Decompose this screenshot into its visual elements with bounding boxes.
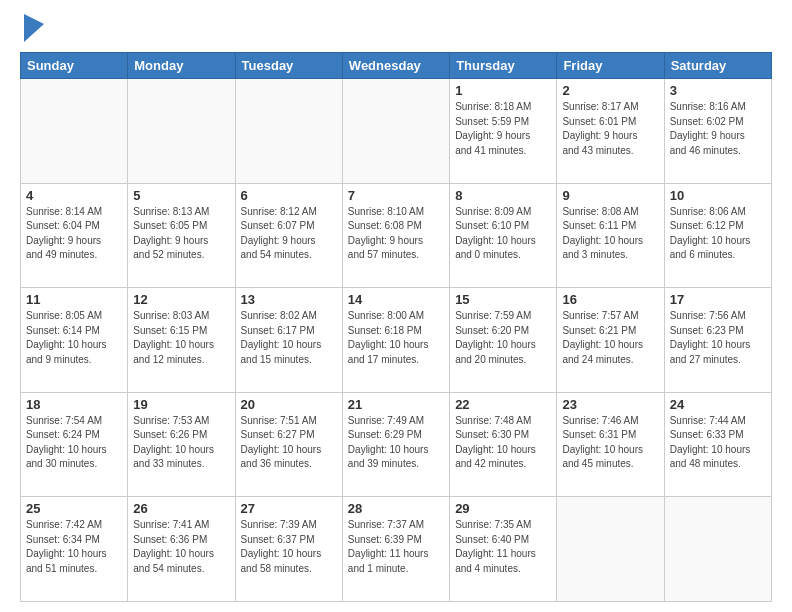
day-number: 1 — [455, 83, 551, 98]
col-header-thursday: Thursday — [450, 53, 557, 79]
day-cell: 28Sunrise: 7:37 AMSunset: 6:39 PMDayligh… — [342, 497, 449, 602]
day-cell: 1Sunrise: 8:18 AMSunset: 5:59 PMDaylight… — [450, 79, 557, 184]
page: SundayMondayTuesdayWednesdayThursdayFrid… — [0, 0, 792, 612]
day-cell: 26Sunrise: 7:41 AMSunset: 6:36 PMDayligh… — [128, 497, 235, 602]
day-info: Sunrise: 7:42 AMSunset: 6:34 PMDaylight:… — [26, 518, 122, 576]
day-number: 25 — [26, 501, 122, 516]
day-number: 28 — [348, 501, 444, 516]
day-info: Sunrise: 7:59 AMSunset: 6:20 PMDaylight:… — [455, 309, 551, 367]
day-number: 4 — [26, 188, 122, 203]
day-number: 23 — [562, 397, 658, 412]
day-cell — [342, 79, 449, 184]
day-number: 2 — [562, 83, 658, 98]
day-number: 12 — [133, 292, 229, 307]
day-cell: 2Sunrise: 8:17 AMSunset: 6:01 PMDaylight… — [557, 79, 664, 184]
day-info: Sunrise: 7:41 AMSunset: 6:36 PMDaylight:… — [133, 518, 229, 576]
day-cell: 23Sunrise: 7:46 AMSunset: 6:31 PMDayligh… — [557, 392, 664, 497]
calendar-table: SundayMondayTuesdayWednesdayThursdayFrid… — [20, 52, 772, 602]
day-number: 22 — [455, 397, 551, 412]
day-cell — [664, 497, 771, 602]
day-cell: 9Sunrise: 8:08 AMSunset: 6:11 PMDaylight… — [557, 183, 664, 288]
day-info: Sunrise: 8:17 AMSunset: 6:01 PMDaylight:… — [562, 100, 658, 158]
day-info: Sunrise: 7:37 AMSunset: 6:39 PMDaylight:… — [348, 518, 444, 576]
day-number: 29 — [455, 501, 551, 516]
day-cell: 13Sunrise: 8:02 AMSunset: 6:17 PMDayligh… — [235, 288, 342, 393]
day-cell — [21, 79, 128, 184]
day-info: Sunrise: 8:14 AMSunset: 6:04 PMDaylight:… — [26, 205, 122, 263]
day-cell: 24Sunrise: 7:44 AMSunset: 6:33 PMDayligh… — [664, 392, 771, 497]
day-cell: 16Sunrise: 7:57 AMSunset: 6:21 PMDayligh… — [557, 288, 664, 393]
week-row-3: 11Sunrise: 8:05 AMSunset: 6:14 PMDayligh… — [21, 288, 772, 393]
week-row-5: 25Sunrise: 7:42 AMSunset: 6:34 PMDayligh… — [21, 497, 772, 602]
day-cell: 15Sunrise: 7:59 AMSunset: 6:20 PMDayligh… — [450, 288, 557, 393]
day-number: 15 — [455, 292, 551, 307]
day-info: Sunrise: 8:12 AMSunset: 6:07 PMDaylight:… — [241, 205, 337, 263]
day-cell: 8Sunrise: 8:09 AMSunset: 6:10 PMDaylight… — [450, 183, 557, 288]
day-cell — [235, 79, 342, 184]
week-row-1: 1Sunrise: 8:18 AMSunset: 5:59 PMDaylight… — [21, 79, 772, 184]
day-info: Sunrise: 8:16 AMSunset: 6:02 PMDaylight:… — [670, 100, 766, 158]
day-info: Sunrise: 8:05 AMSunset: 6:14 PMDaylight:… — [26, 309, 122, 367]
day-info: Sunrise: 7:39 AMSunset: 6:37 PMDaylight:… — [241, 518, 337, 576]
day-info: Sunrise: 7:51 AMSunset: 6:27 PMDaylight:… — [241, 414, 337, 472]
day-number: 20 — [241, 397, 337, 412]
day-info: Sunrise: 7:49 AMSunset: 6:29 PMDaylight:… — [348, 414, 444, 472]
day-number: 3 — [670, 83, 766, 98]
day-cell: 29Sunrise: 7:35 AMSunset: 6:40 PMDayligh… — [450, 497, 557, 602]
day-info: Sunrise: 8:02 AMSunset: 6:17 PMDaylight:… — [241, 309, 337, 367]
day-number: 9 — [562, 188, 658, 203]
header — [20, 16, 772, 42]
day-number: 6 — [241, 188, 337, 203]
day-number: 27 — [241, 501, 337, 516]
day-info: Sunrise: 7:46 AMSunset: 6:31 PMDaylight:… — [562, 414, 658, 472]
day-cell: 11Sunrise: 8:05 AMSunset: 6:14 PMDayligh… — [21, 288, 128, 393]
day-cell: 10Sunrise: 8:06 AMSunset: 6:12 PMDayligh… — [664, 183, 771, 288]
day-info: Sunrise: 8:18 AMSunset: 5:59 PMDaylight:… — [455, 100, 551, 158]
day-cell: 14Sunrise: 8:00 AMSunset: 6:18 PMDayligh… — [342, 288, 449, 393]
day-info: Sunrise: 8:03 AMSunset: 6:15 PMDaylight:… — [133, 309, 229, 367]
col-header-sunday: Sunday — [21, 53, 128, 79]
day-number: 8 — [455, 188, 551, 203]
day-number: 11 — [26, 292, 122, 307]
day-number: 26 — [133, 501, 229, 516]
week-row-4: 18Sunrise: 7:54 AMSunset: 6:24 PMDayligh… — [21, 392, 772, 497]
day-info: Sunrise: 8:08 AMSunset: 6:11 PMDaylight:… — [562, 205, 658, 263]
day-cell: 19Sunrise: 7:53 AMSunset: 6:26 PMDayligh… — [128, 392, 235, 497]
day-info: Sunrise: 8:13 AMSunset: 6:05 PMDaylight:… — [133, 205, 229, 263]
day-number: 13 — [241, 292, 337, 307]
day-cell: 3Sunrise: 8:16 AMSunset: 6:02 PMDaylight… — [664, 79, 771, 184]
day-number: 7 — [348, 188, 444, 203]
day-info: Sunrise: 7:54 AMSunset: 6:24 PMDaylight:… — [26, 414, 122, 472]
col-header-friday: Friday — [557, 53, 664, 79]
col-header-monday: Monday — [128, 53, 235, 79]
day-info: Sunrise: 7:56 AMSunset: 6:23 PMDaylight:… — [670, 309, 766, 367]
day-info: Sunrise: 7:57 AMSunset: 6:21 PMDaylight:… — [562, 309, 658, 367]
calendar-header-row: SundayMondayTuesdayWednesdayThursdayFrid… — [21, 53, 772, 79]
week-row-2: 4Sunrise: 8:14 AMSunset: 6:04 PMDaylight… — [21, 183, 772, 288]
day-cell: 7Sunrise: 8:10 AMSunset: 6:08 PMDaylight… — [342, 183, 449, 288]
day-cell: 22Sunrise: 7:48 AMSunset: 6:30 PMDayligh… — [450, 392, 557, 497]
day-cell: 25Sunrise: 7:42 AMSunset: 6:34 PMDayligh… — [21, 497, 128, 602]
day-info: Sunrise: 8:10 AMSunset: 6:08 PMDaylight:… — [348, 205, 444, 263]
col-header-tuesday: Tuesday — [235, 53, 342, 79]
day-number: 5 — [133, 188, 229, 203]
day-cell: 4Sunrise: 8:14 AMSunset: 6:04 PMDaylight… — [21, 183, 128, 288]
day-number: 16 — [562, 292, 658, 307]
day-info: Sunrise: 7:44 AMSunset: 6:33 PMDaylight:… — [670, 414, 766, 472]
day-cell: 18Sunrise: 7:54 AMSunset: 6:24 PMDayligh… — [21, 392, 128, 497]
svg-marker-0 — [24, 14, 44, 42]
day-cell — [128, 79, 235, 184]
day-number: 17 — [670, 292, 766, 307]
day-number: 10 — [670, 188, 766, 203]
day-info: Sunrise: 7:48 AMSunset: 6:30 PMDaylight:… — [455, 414, 551, 472]
day-info: Sunrise: 8:09 AMSunset: 6:10 PMDaylight:… — [455, 205, 551, 263]
day-number: 14 — [348, 292, 444, 307]
col-header-saturday: Saturday — [664, 53, 771, 79]
day-number: 18 — [26, 397, 122, 412]
day-info: Sunrise: 7:53 AMSunset: 6:26 PMDaylight:… — [133, 414, 229, 472]
day-number: 24 — [670, 397, 766, 412]
day-cell: 12Sunrise: 8:03 AMSunset: 6:15 PMDayligh… — [128, 288, 235, 393]
logo — [20, 16, 44, 42]
day-info: Sunrise: 8:06 AMSunset: 6:12 PMDaylight:… — [670, 205, 766, 263]
day-cell: 20Sunrise: 7:51 AMSunset: 6:27 PMDayligh… — [235, 392, 342, 497]
